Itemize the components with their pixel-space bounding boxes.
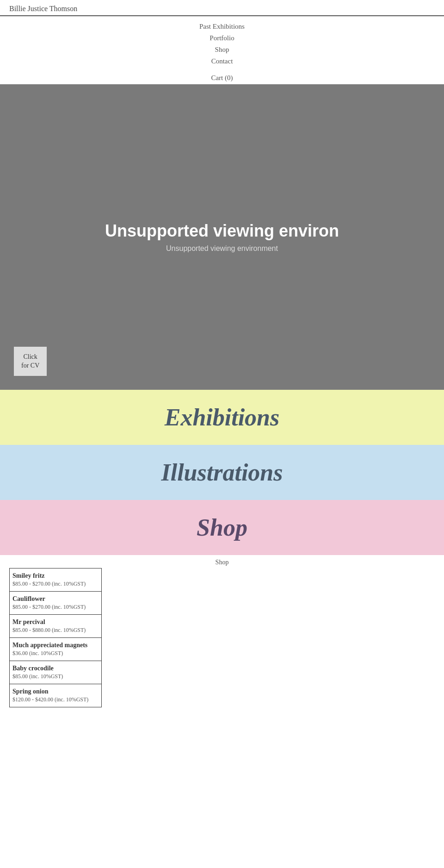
product-item-much-appreciated-magnets[interactable]: Much appreciated magnets $36.00 (inc. 10… [9,638,102,661]
product-name: Spring onion [12,688,99,695]
product-price: $85.00 (inc. 10%GST) [12,673,99,680]
product-name: Baby crocodile [12,665,99,672]
product-item-spring-onion[interactable]: Spring onion $120.00 - $420.00 (inc. 10%… [9,684,102,707]
shop-banner[interactable]: Shop [0,500,444,555]
cart-link[interactable]: Cart (0) [0,69,444,84]
product-item-cauliflower[interactable]: Cauliflower $85.00 - $270.00 (inc. 10%GS… [9,592,102,615]
product-list: Smiley fritz $85.00 - $270.00 (inc. 10%G… [9,568,102,707]
header: Billie Justice Thomson [0,0,444,16]
product-item-baby-crocodile[interactable]: Baby crocodile $85.00 (inc. 10%GST) [9,661,102,684]
product-item-mr-percival[interactable]: Mr percival $85.00 - $880.00 (inc. 10%GS… [9,615,102,638]
hero-title: Unsupported viewing environ [105,221,339,241]
product-name: Much appreciated magnets [12,642,99,649]
shop-title: Shop [9,514,435,541]
exhibitions-banner[interactable]: Exhibitions [0,390,444,445]
product-price: $85.00 - $270.00 (inc. 10%GST) [12,604,99,611]
cv-button[interactable]: Clickfor CV [14,347,47,376]
product-price: $85.00 - $880.00 (inc. 10%GST) [12,627,99,634]
exhibitions-title: Exhibitions [9,404,435,431]
product-name: Smiley fritz [12,572,99,580]
nav-shop[interactable]: Shop [0,44,444,56]
shop-section-label: Shop [0,555,444,568]
product-price: $85.00 - $270.00 (inc. 10%GST) [12,581,99,587]
hero-section: Unsupported viewing environ Unsupported … [0,84,444,390]
illustrations-title: Illustrations [9,459,435,486]
product-price: $36.00 (inc. 10%GST) [12,650,99,657]
product-price: $120.00 - $420.00 (inc. 10%GST) [12,696,99,703]
nav-portfolio[interactable]: Portfolio [0,32,444,44]
product-item-smiley-fritz[interactable]: Smiley fritz $85.00 - $270.00 (inc. 10%G… [9,568,102,592]
illustrations-banner[interactable]: Illustrations [0,445,444,500]
nav: Past Exhibitions Portfolio Shop Contact [0,16,444,69]
site-title: Billie Justice Thomson [9,5,77,13]
product-name: Mr percival [12,618,99,626]
nav-contact[interactable]: Contact [0,56,444,67]
nav-past-exhibitions[interactable]: Past Exhibitions [0,21,444,32]
hero-text: Unsupported viewing environ Unsupported … [105,221,339,253]
hero-subtitle: Unsupported viewing environment [105,244,339,253]
product-name: Cauliflower [12,595,99,603]
